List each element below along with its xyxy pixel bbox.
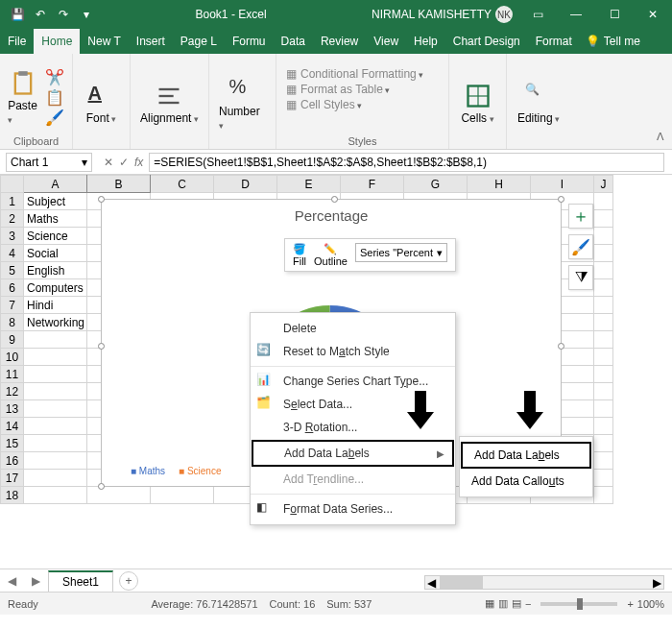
conditional-formatting[interactable]: ▦Conditional Formatting [286, 67, 423, 81]
row-header[interactable]: 12 [1, 383, 24, 400]
row-header[interactable]: 2 [1, 210, 24, 228]
zoom-in-button[interactable]: + [627, 598, 633, 610]
col-header[interactable]: A [24, 176, 87, 193]
editing-button[interactable]: 🔍 Editing [517, 83, 560, 125]
collapse-ribbon-icon[interactable]: ᐱ [657, 131, 664, 143]
cell[interactable]: English [24, 262, 87, 279]
row-header[interactable]: 5 [1, 262, 24, 279]
view-page-layout-icon[interactable]: ▥ [498, 597, 508, 610]
tab-view[interactable]: View [366, 29, 406, 54]
tab-chart-design[interactable]: Chart Design [445, 29, 528, 54]
cell[interactable]: Science [24, 228, 87, 245]
cell[interactable]: Subject [24, 193, 87, 210]
chart-filters-button[interactable]: ⧩ [568, 265, 593, 290]
paste-button[interactable]: Paste [8, 70, 37, 126]
tab-page-layout[interactable]: Page L [173, 29, 225, 54]
enter-formula-icon[interactable]: ✓ [119, 156, 129, 169]
font-button[interactable]: A Font [86, 83, 117, 125]
menu-reset-match-style[interactable]: 🔄Reset to Match Style [251, 340, 455, 363]
col-header[interactable]: F [341, 176, 404, 193]
cells-button[interactable]: Cells [461, 83, 493, 125]
fx-icon[interactable]: fx [134, 156, 143, 169]
row-header[interactable]: 10 [1, 349, 24, 366]
row-header[interactable]: 6 [1, 279, 24, 297]
tab-review[interactable]: Review [313, 29, 366, 54]
tab-format[interactable]: Format [528, 29, 580, 54]
zoom-slider[interactable] [540, 602, 617, 606]
row-header[interactable]: 7 [1, 297, 24, 314]
cell[interactable]: Hindi [24, 297, 87, 314]
row-header[interactable]: 17 [1, 470, 24, 487]
row-header[interactable]: 14 [1, 418, 24, 435]
row-header[interactable]: 18 [1, 487, 24, 504]
view-page-break-icon[interactable]: ▤ [512, 597, 521, 610]
menu-format-data-series[interactable]: ◧Format Data Series... [251, 497, 455, 520]
format-painter-icon[interactable]: 🖌️ [45, 109, 64, 127]
row-header[interactable]: 8 [1, 314, 24, 331]
series-selector[interactable]: Series "Percent▾ [355, 243, 447, 262]
new-sheet-button[interactable]: + [119, 571, 138, 591]
cut-icon[interactable]: ✂️ [45, 68, 64, 86]
select-all-corner[interactable] [1, 176, 24, 193]
col-header[interactable]: B [87, 176, 151, 193]
submenu-add-data-callouts[interactable]: Add Data Callouts [460, 470, 592, 493]
cell[interactable]: Maths [24, 210, 87, 228]
user-account[interactable]: NIRMAL KAMISHETTY NK [366, 6, 518, 23]
tab-data[interactable]: Data [274, 29, 313, 54]
outline-button[interactable]: ✏️ Outline [314, 243, 348, 267]
maximize-button[interactable]: ☐ [595, 0, 634, 29]
row-header[interactable]: 15 [1, 435, 24, 452]
chart-legend[interactable]: Maths Science [131, 466, 221, 476]
zoom-level[interactable]: 100% [637, 598, 664, 610]
chart-elements-button[interactable]: ＋ [568, 204, 593, 229]
menu-add-data-labels[interactable]: Add Data Labels▶ [252, 440, 454, 467]
redo-icon[interactable]: ↷ [54, 5, 73, 24]
cancel-formula-icon[interactable]: ✕ [104, 156, 113, 169]
undo-icon[interactable]: ↶ [31, 5, 50, 24]
cell[interactable]: Social [24, 245, 87, 262]
row-header[interactable]: 11 [1, 366, 24, 383]
tab-insert[interactable]: Insert [129, 29, 173, 54]
tab-formulas[interactable]: Formu [225, 29, 274, 54]
col-header[interactable]: E [277, 176, 341, 193]
tab-home[interactable]: Home [34, 29, 80, 54]
zoom-out-button[interactable]: − [525, 598, 531, 610]
alignment-button[interactable]: Alignment [140, 83, 199, 125]
tell-me[interactable]: 💡 Tell me [580, 29, 646, 54]
col-header[interactable]: I [531, 176, 594, 193]
row-header[interactable]: 4 [1, 245, 24, 262]
col-header[interactable]: H [468, 176, 531, 193]
col-header[interactable]: C [151, 176, 214, 193]
col-header[interactable]: G [404, 176, 468, 193]
view-normal-icon[interactable]: ▦ [485, 597, 494, 610]
chart-title[interactable]: Percentage [102, 200, 561, 231]
row-header[interactable]: 13 [1, 400, 24, 418]
row-header[interactable]: 9 [1, 331, 24, 349]
cell[interactable]: Computers [24, 279, 87, 297]
cell-styles[interactable]: ▦Cell Styles [286, 98, 423, 111]
name-box[interactable]: Chart 1 ▾ [6, 153, 92, 172]
minimize-button[interactable]: — [557, 0, 595, 29]
sheet-nav-next[interactable]: ▶ [24, 574, 48, 588]
col-header[interactable]: D [214, 176, 277, 193]
formula-bar[interactable]: =SERIES(Sheet1!$B$1,Sheet1!$A$2:$A$8,She… [149, 153, 664, 172]
autosave-icon[interactable]: 💾 [8, 5, 27, 24]
row-header[interactable]: 16 [1, 452, 24, 470]
tab-new[interactable]: New T [80, 29, 128, 54]
tab-file[interactable]: File [0, 29, 34, 54]
close-button[interactable]: ✕ [634, 0, 672, 29]
row-header[interactable]: 1 [1, 193, 24, 210]
ribbon-options-icon[interactable]: ▭ [518, 0, 557, 29]
menu-delete[interactable]: Delete [251, 317, 455, 340]
cell[interactable]: Networking [24, 314, 87, 331]
copy-icon[interactable]: 📋 [45, 88, 64, 107]
format-as-table[interactable]: ▦Format as Table [286, 83, 423, 96]
number-button[interactable]: % Number [219, 76, 266, 132]
tab-help[interactable]: Help [406, 29, 445, 54]
sheet-tab-sheet1[interactable]: Sheet1 [48, 570, 113, 592]
row-header[interactable]: 3 [1, 228, 24, 245]
fill-button[interactable]: 🪣 Fill [293, 243, 306, 267]
col-header[interactable]: J [594, 176, 613, 193]
sheet-nav-prev[interactable]: ◀ [0, 574, 24, 588]
chart-styles-button[interactable]: 🖌️ [568, 234, 593, 259]
